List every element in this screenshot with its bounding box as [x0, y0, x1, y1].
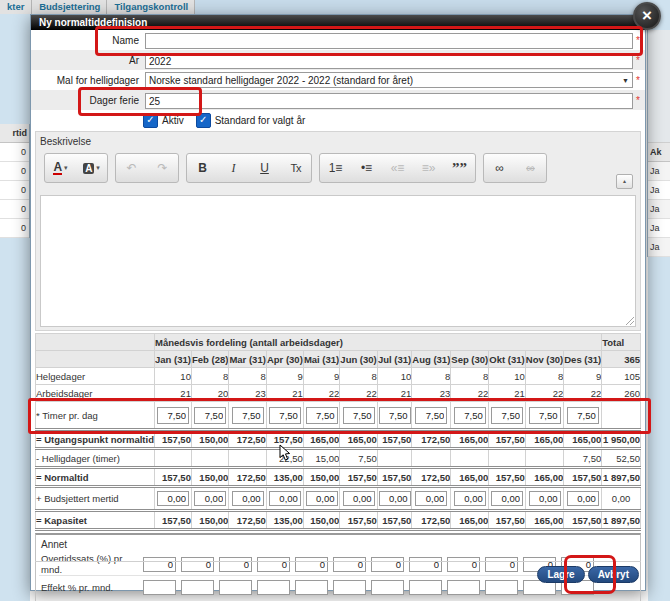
- background-column-header: Ak: [648, 143, 670, 162]
- cell: 165,00: [451, 468, 489, 487]
- cell: 8: [412, 368, 451, 385]
- month-header: Mar (31): [229, 351, 266, 368]
- year-input[interactable]: [145, 53, 633, 69]
- cell: [525, 449, 563, 468]
- cell-input[interactable]: [567, 407, 599, 424]
- form-row-year: År *: [31, 50, 645, 70]
- remove-format-icon[interactable]: Tx: [280, 154, 311, 182]
- resize-handle[interactable]: [624, 315, 634, 325]
- description-editor-area[interactable]: [40, 195, 636, 327]
- close-button[interactable]: ×: [633, 2, 661, 30]
- required-marker: *: [633, 35, 643, 46]
- background-tab[interactable]: Budsjettering: [32, 0, 107, 14]
- cell: [377, 402, 412, 430]
- background-block: [648, 30, 670, 143]
- cell-input[interactable]: [379, 491, 411, 506]
- vacation-days-input[interactable]: [145, 93, 633, 109]
- total-days: 365: [602, 351, 641, 368]
- cell-input[interactable]: [194, 407, 226, 424]
- background-tab[interactable]: kter: [0, 0, 32, 14]
- cell-input[interactable]: [343, 491, 375, 506]
- name-input[interactable]: [145, 33, 633, 49]
- unlink-icon: ∞: [515, 154, 546, 182]
- cell: 21: [266, 385, 303, 402]
- cell: 150,00: [303, 468, 339, 487]
- cell: [340, 402, 377, 430]
- default-year-checkbox[interactable]: ✓: [196, 113, 211, 128]
- numbered-list-icon[interactable]: 1≡: [320, 154, 351, 182]
- cell-input[interactable]: [454, 491, 486, 506]
- cell-input[interactable]: [232, 407, 264, 424]
- holiday-template-select[interactable]: Norske standard helligdager 2022 - 2022 …: [145, 72, 633, 88]
- cell-input[interactable]: [415, 491, 447, 506]
- cell: 9: [266, 368, 303, 385]
- cell-input[interactable]: [529, 491, 561, 506]
- link-icon[interactable]: ∞: [484, 154, 515, 182]
- active-checkbox-label: Aktiv: [162, 115, 184, 126]
- row-total: 1 950,00: [602, 430, 641, 449]
- cell: 9: [564, 368, 602, 385]
- table-row: = Normaltid157,50150,00172,50135,00150,0…: [36, 468, 641, 487]
- name-label: Name: [33, 35, 145, 46]
- bold-icon[interactable]: B: [187, 154, 218, 182]
- cancel-button[interactable]: Avbryt: [588, 566, 639, 583]
- vacation-days-label: Dager ferie: [33, 95, 145, 106]
- annet-title: Annet: [39, 537, 637, 553]
- cell-input[interactable]: [269, 491, 301, 506]
- cell-input[interactable]: [415, 407, 447, 424]
- active-checkbox[interactable]: ✓: [143, 113, 158, 128]
- cell: 8: [525, 368, 563, 385]
- cell-input[interactable]: [343, 407, 375, 424]
- italic-icon[interactable]: I: [218, 154, 249, 182]
- month-header: Feb (28): [191, 351, 228, 368]
- cell: 135,00: [266, 468, 303, 487]
- cell-input[interactable]: [379, 407, 411, 424]
- form-row-vacation-days: Dager ferie *: [31, 90, 645, 110]
- toolbar-collapse-button[interactable]: ▴: [616, 174, 633, 189]
- cell: 157,50: [377, 430, 412, 449]
- text-color-icon[interactable]: A▾: [45, 154, 76, 182]
- cell: [489, 449, 525, 468]
- cell-input[interactable]: [306, 407, 338, 424]
- screen: kterBudsjetteringTilgangskontroll rtid00…: [0, 0, 670, 601]
- cell: 21: [154, 385, 191, 402]
- toolbar-group: A▾A▾: [44, 153, 108, 183]
- redo-icon: ↷: [147, 154, 178, 182]
- cell-input[interactable]: [529, 407, 561, 424]
- cell: [412, 449, 451, 468]
- cell: 157,50: [377, 511, 412, 530]
- cell-input[interactable]: [567, 491, 599, 506]
- cell-input[interactable]: [454, 407, 486, 424]
- cell: [451, 487, 489, 511]
- bullet-list-icon[interactable]: •≡: [351, 154, 382, 182]
- cell: 150,00: [191, 511, 228, 530]
- cell-input[interactable]: [491, 491, 523, 506]
- cell-input[interactable]: [194, 491, 226, 506]
- table-group-header: Månedsvis fordeling (antall arbeidsdager…: [154, 334, 601, 351]
- table-corner: [36, 351, 155, 368]
- background-color-icon[interactable]: A▾: [76, 154, 107, 182]
- cell: 157,50: [266, 430, 303, 449]
- row-label: Arbeidsdager: [36, 385, 155, 402]
- blockquote-icon[interactable]: ””: [444, 154, 475, 182]
- cell-input[interactable]: [232, 491, 264, 506]
- cell-input[interactable]: [269, 407, 301, 424]
- cell: [191, 402, 228, 430]
- table-row: * Timer pr. dag: [36, 402, 641, 430]
- row-total: 105: [602, 368, 641, 385]
- cell-input[interactable]: [491, 407, 523, 424]
- save-button[interactable]: Lagre: [537, 566, 584, 583]
- cell: [525, 487, 563, 511]
- cell: 157,50: [489, 468, 525, 487]
- cell: 165,00: [525, 430, 563, 449]
- underline-icon[interactable]: U: [249, 154, 280, 182]
- cell: 165,00: [564, 430, 602, 449]
- toolbar-group: BIUTx: [186, 153, 312, 183]
- background-cell: 0: [0, 200, 29, 219]
- cell-input[interactable]: [157, 407, 189, 424]
- cell-input[interactable]: [157, 491, 189, 506]
- cell: [303, 487, 339, 511]
- cell-input[interactable]: [306, 491, 338, 506]
- description-section: Beskrivelse A▾A▾↶↷BIUTx1≡•≡«≡≡»””∞∞ ▴: [35, 131, 641, 331]
- background-tab[interactable]: Tilgangskontroll: [107, 0, 195, 14]
